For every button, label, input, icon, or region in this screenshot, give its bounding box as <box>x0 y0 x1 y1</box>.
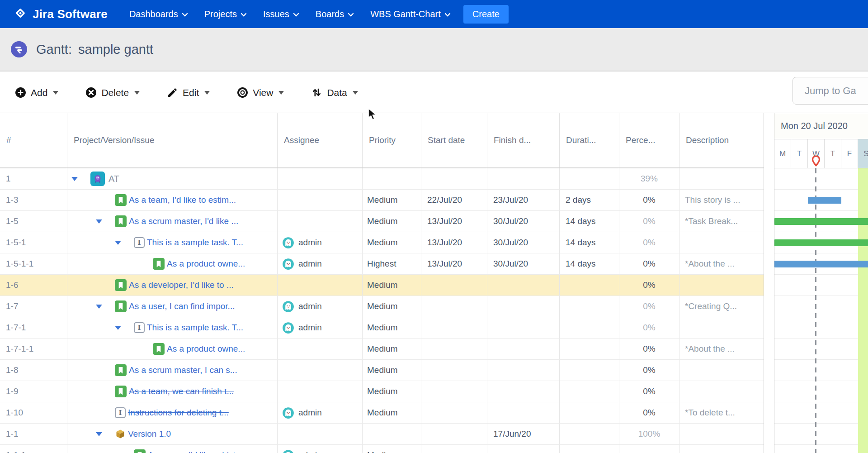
cell-finish: 23/Jul/20 <box>487 190 560 210</box>
x-circle-icon <box>85 87 97 98</box>
issue-link[interactable]: As a team, I'd like to estim... <box>129 195 236 205</box>
issue-link[interactable]: As a scrum master, I can s... <box>129 365 237 375</box>
collapse-expander-icon[interactable] <box>96 219 102 224</box>
column-header-percent[interactable]: Perce... <box>619 113 679 167</box>
cell-start <box>421 424 487 444</box>
delete-menu-button[interactable]: Delete <box>85 87 140 98</box>
day-header-cell: T <box>791 139 808 168</box>
nav-item-label: Boards <box>316 9 344 19</box>
data-menu-button[interactable]: Data <box>311 87 358 98</box>
collapse-expander-icon[interactable] <box>96 305 102 309</box>
gantt-bar-1-5-1[interactable] <box>774 239 868 246</box>
gantt-bar-1-3[interactable] <box>808 197 841 204</box>
cell-assignee: admin <box>278 445 363 453</box>
cell-priority: Medium <box>363 317 421 338</box>
column-header-title[interactable]: Project/Version/Issue <box>67 113 278 167</box>
nav-item-dashboards[interactable]: Dashboards <box>123 5 194 24</box>
assignee-name: admin <box>298 238 322 248</box>
issue-link[interactable]: As a product owne... <box>167 344 245 354</box>
issue-link[interactable]: This is a sample task. T... <box>147 238 243 248</box>
issue-link[interactable]: Instructions for deleting t... <box>128 408 229 418</box>
issue-title-group: As a team, we can finish t... <box>67 381 234 402</box>
gantt-bar-1-5-1-1[interactable] <box>774 261 868 267</box>
gantt-toolbar: AddDeleteEditViewData <box>0 72 868 113</box>
cell-assignee <box>278 168 363 189</box>
cell-percent: 0% <box>619 339 679 359</box>
table-row[interactable]: 1-1-1As a user, I'd like a hist...adminM… <box>0 445 764 453</box>
table-row[interactable]: 1-3As a team, I'd like to estim...Medium… <box>0 190 764 211</box>
table-row[interactable]: 1-7-1-1As a product owne...Medium0%*Abou… <box>0 339 764 360</box>
jump-to-gantt-button[interactable]: Jump to Ga <box>793 77 868 105</box>
issue-title-group: As a product owne... <box>67 253 245 274</box>
edit-menu-button[interactable]: Edit <box>167 87 210 98</box>
collapse-expander-icon[interactable] <box>115 241 121 245</box>
assignee-name: admin <box>298 408 322 418</box>
cell-num: 1-5 <box>0 211 67 232</box>
collapse-expander-icon[interactable] <box>71 177 78 181</box>
nav-item-label: WBS Gantt-Chart <box>370 9 441 19</box>
column-header-duration[interactable]: Durati... <box>560 113 619 167</box>
column-header-start[interactable]: Start date <box>421 113 487 167</box>
jira-brand[interactable]: Jira Software <box>14 6 108 22</box>
jira-logo-icon <box>14 6 27 22</box>
cell-duration <box>560 296 619 317</box>
nav-menu: DashboardsProjectsIssuesBoardsWBS Gantt-… <box>123 5 457 24</box>
cell-title: As a product owne... <box>67 339 278 359</box>
cell-finish: 30/Jul/20 <box>487 253 560 274</box>
issue-link[interactable]: As a team, we can finish t... <box>129 386 234 396</box>
nav-item-projects[interactable]: Projects <box>198 5 253 24</box>
issue-title-group: As a user, I can find impor... <box>67 296 235 317</box>
view-menu-button[interactable]: View <box>237 87 284 98</box>
table-row[interactable]: 1-6As a developer, I'd like to ...Medium… <box>0 275 764 296</box>
user-avatar-icon <box>282 322 294 334</box>
page-header: Gantt: sample gantt <box>0 28 868 72</box>
issue-link[interactable]: As a developer, I'd like to ... <box>129 280 234 290</box>
cell-assignee <box>278 381 363 402</box>
issue-link[interactable]: As a user, I'd like a hist... <box>148 450 243 453</box>
issue-title-group: As a developer, I'd like to ... <box>67 275 234 296</box>
cell-title: As a user, I'd like a hist... <box>67 445 278 453</box>
column-header-assignee[interactable]: Assignee <box>278 113 363 167</box>
table-row[interactable]: 1-10IInstructions for deleting t...admin… <box>0 402 764 424</box>
toolbar-button-label: Edit <box>183 87 199 98</box>
nav-item-boards[interactable]: Boards <box>309 5 360 24</box>
nav-item-wbs-gantt-chart[interactable]: WBS Gantt-Chart <box>364 5 457 24</box>
collapse-expander-icon[interactable] <box>115 326 121 330</box>
issue-link[interactable]: As a product owne... <box>167 259 245 269</box>
table-row[interactable]: 1-1Version 1.017/Jun/20100% <box>0 424 764 445</box>
table-row[interactable]: 1AT39% <box>0 168 764 190</box>
story-icon <box>153 343 165 355</box>
nav-item-issues[interactable]: Issues <box>257 5 306 24</box>
cell-percent: 39% <box>619 168 679 189</box>
column-header-finish[interactable]: Finish d... <box>487 113 560 167</box>
cell-num: 1-1 <box>0 424 67 444</box>
cell-percent <box>619 445 679 453</box>
sort-arrows-icon <box>311 87 322 98</box>
cell-priority <box>363 168 421 189</box>
issue-link[interactable]: Version 1.0 <box>128 429 171 439</box>
table-row[interactable]: 1-5-1IThis is a sample task. T...adminMe… <box>0 232 764 253</box>
issue-link[interactable]: As a user, I can find impor... <box>129 301 235 311</box>
today-pin-icon <box>811 155 821 169</box>
table-row[interactable]: 1-9As a team, we can finish t...Medium0% <box>0 381 764 402</box>
table-row[interactable]: 1-7-1IThis is a sample task. T...adminMe… <box>0 317 764 339</box>
table-row[interactable]: 1-5-1-1As a product owne...adminHighest1… <box>0 253 764 275</box>
add-menu-button[interactable]: Add <box>15 87 58 98</box>
issue-link[interactable]: This is a sample task. T... <box>147 323 243 333</box>
column-header-desc[interactable]: Description <box>679 113 764 167</box>
table-row[interactable]: 1-7As a user, I can find impor...adminMe… <box>0 296 764 317</box>
table-row[interactable]: 1-8As a scrum master, I can s...Medium0% <box>0 360 764 381</box>
table-row[interactable]: 1-5As a scrum master, I'd like ...Medium… <box>0 211 764 232</box>
gantt-bar-1-5[interactable] <box>774 218 868 225</box>
cell-percent: 0% <box>619 381 679 402</box>
page-title-name: sample gantt <box>78 42 153 57</box>
cell-percent: 0% <box>619 275 679 296</box>
column-header-num[interactable]: # <box>0 113 67 167</box>
assignee-name: admin <box>298 301 322 311</box>
issue-title-group: As a user, I'd like a hist... <box>67 445 243 453</box>
collapse-expander-icon[interactable] <box>96 432 102 436</box>
issue-link[interactable]: As a scrum master, I'd like ... <box>129 216 238 226</box>
cell-desc <box>679 360 764 381</box>
story-icon <box>153 258 165 270</box>
create-button[interactable]: Create <box>463 5 509 24</box>
